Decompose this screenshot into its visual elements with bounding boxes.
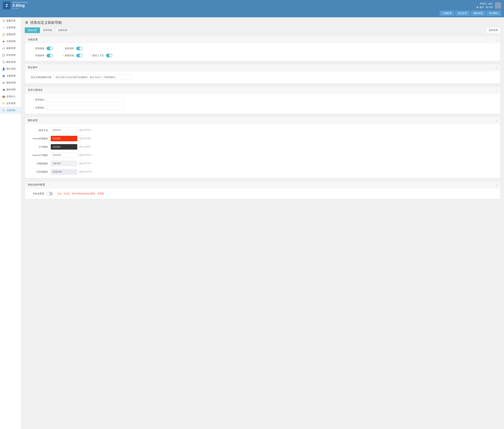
login-address-label: 登录地址 [30, 98, 44, 101]
user-manage-icon: 👤 [2, 68, 5, 70]
init-config-label: 初始化配置 [30, 192, 44, 195]
register-address-input[interactable] [46, 105, 124, 110]
section-color-settings-title: 颜色设置 [28, 119, 38, 122]
color-input-1[interactable] [51, 136, 77, 141]
sidebar-label-tag-manage: 标签管理 [6, 47, 16, 50]
sidebar-label-category-manage: 分类管理 [6, 40, 16, 43]
sidebar-label-article-manage: 文章管理 [6, 26, 16, 29]
sidebar-item-article-manage[interactable]: 📄 文章管理 [0, 24, 21, 31]
sidebar-item-right-nav[interactable]: 🖱 右键导航 [0, 107, 21, 114]
back-nav-label: -- 返回上下页 [90, 54, 104, 57]
section-binding-events-title: 绑定事件 [28, 66, 38, 69]
tab-bar-left: 基础设置 管理导航 优美应用 [25, 27, 70, 33]
sidebar-item-file-manage[interactable]: 📁 文件管理 [0, 100, 21, 107]
control-panel-item: 控制面板 [30, 47, 53, 50]
refresh-page-label: -- 刷新页面 [60, 54, 74, 57]
header-right: 管理员：yibin 🏠 返回 ⏻ 注销 [476, 2, 501, 9]
file-manage-icon: 📁 [2, 102, 5, 105]
sidebar-item-app-center[interactable]: 📦 应用中心 [0, 93, 21, 100]
init-config-item: 初始化配置 注意：开启后，插件停用时将初始化配置，请谨重 [30, 192, 104, 195]
section-function-settings-header[interactable]: 功能设置 ⌄ [25, 36, 500, 43]
sidebar-item-theme-manage[interactable]: ▦ 主题管理 [0, 72, 21, 79]
new-article-icon: 📝 [2, 19, 5, 22]
right-nav-icon: 🖱 [2, 109, 5, 112]
login-address-input[interactable] [46, 97, 124, 102]
attachment-manage-icon: 📎 [2, 61, 5, 63]
section-init-config-toggle[interactable]: ⌄ [495, 183, 497, 186]
sidebar-item-user-manage[interactable]: 👤 用户管理 [0, 66, 21, 72]
color-input-2[interactable] [51, 144, 77, 150]
color-input-5[interactable] [51, 169, 77, 175]
nav-tab-official[interactable]: 官方网站 [486, 11, 501, 16]
sidebar-item-category-manage[interactable]: ■ 分类管理 [0, 38, 21, 45]
tab-bar: 基础设置 管理导航 优美应用 优美官网 [25, 27, 500, 33]
plugin-manage-icon: 🔌 [2, 88, 5, 91]
home-link[interactable]: 🏠 返回 [476, 6, 484, 9]
custom-bind-input[interactable] [54, 75, 131, 80]
sidebar-item-plugin-manage[interactable]: 🔌 插件管理 [0, 86, 21, 93]
color-input-0[interactable] [51, 127, 77, 133]
section-function-settings: 功能设置 ⌄ 控制面板 返回顶部 [25, 36, 500, 61]
sidebar-label-attachment-manage: 附件管理 [6, 61, 16, 64]
color-default-5: 默认ECEAF5 [79, 170, 92, 173]
back-to-top-label: 返回顶部 [60, 47, 74, 50]
section-color-settings-header[interactable]: 颜色设置 ⌄ [25, 117, 500, 124]
section-login-register-toggle[interactable]: ⌄ [495, 88, 497, 92]
refresh-page-item: -- 刷新页面 [60, 54, 83, 57]
init-config-row: 初始化配置 注意：开启后，插件停用时将初始化配置，请谨重 [30, 192, 495, 195]
back-to-top-item: 返回顶部 [60, 47, 83, 50]
page-title-icon: 🖥 [25, 20, 28, 25]
section-binding-events-header[interactable]: 绑定事件 ⌄ [25, 64, 500, 71]
nav-tab-theme[interactable]: 主题配置 [440, 11, 454, 16]
control-panel-toggle[interactable] [46, 47, 53, 50]
color-input-4[interactable] [51, 161, 77, 166]
nav-tab-admin[interactable]: 后台首页 [455, 11, 470, 16]
nav-tab-site[interactable]: 网站设置 [471, 11, 486, 16]
section-init-config-header[interactable]: 初始化插件配置 ⌄ [25, 181, 500, 188]
tab-admin-nav[interactable]: 管理导航 [40, 27, 55, 33]
section-color-settings-body: 模块主色 默认FFFFFF Hover背景颜色 默认F5330C 文字颜色 默认… [25, 124, 500, 178]
color-default-0: 默认FFFFFF [79, 129, 91, 132]
zblog-label: Z-Blog [12, 3, 27, 8]
color-row-4: 分隔线颜色 默认F0F1F5 [30, 161, 495, 166]
sidebar-item-tag-manage[interactable]: 🏷 标签管理 [0, 45, 21, 52]
tab-basic-settings[interactable]: 基础设置 [25, 27, 40, 33]
logout-link[interactable]: ⏻ 注销 [486, 6, 493, 9]
init-config-warning: 注意：开启后，插件停用时将初始化配置，请谨重 [57, 192, 104, 195]
function-row-1: 控制面板 返回顶部 [30, 47, 495, 50]
color-label-4: 分隔线颜色 [30, 162, 48, 165]
refresh-page-toggle[interactable] [76, 54, 83, 57]
section-function-settings-toggle[interactable]: ⌄ [495, 38, 497, 41]
avatar [495, 2, 501, 9]
color-default-4: 默认F0F1F5 [79, 162, 91, 165]
back-to-top-toggle[interactable] [76, 47, 83, 50]
theme-manage-icon: ▦ [2, 74, 5, 77]
regular-menu-toggle[interactable] [46, 54, 53, 57]
sidebar-item-comment-manage[interactable]: 💬 评论管理 [0, 52, 21, 59]
login-address-item: 登录地址 [30, 97, 124, 102]
sidebar-item-new-article[interactable]: 📝 新建文章 [0, 17, 21, 24]
sidebar: 📝 新建文章 📄 文章管理 📋 页面管理 ■ 分类管理 🏷 标签管理 💬 评论管… [0, 17, 21, 429]
sidebar-item-page-manage[interactable]: 📋 页面管理 [0, 31, 21, 38]
init-config-toggle[interactable] [46, 192, 53, 195]
header-nav-tabs: 主题配置 后台首页 网站设置 官方网站 [0, 11, 504, 17]
sidebar-item-attachment-manage[interactable]: 📎 附件管理 [0, 59, 21, 66]
sidebar-label-page-manage: 页面管理 [6, 33, 16, 36]
register-address-label: 注册地址 [30, 106, 44, 109]
color-row-0: 模块主色 默认FFFFFF [30, 127, 495, 133]
color-input-3[interactable] [51, 152, 77, 158]
color-row-2: 文字颜色 默认333333 [30, 144, 495, 150]
tab-app[interactable]: 优美应用 [55, 27, 70, 33]
sidebar-item-module-manage[interactable]: ⊞ 模块管理 [0, 79, 21, 86]
section-login-register-header[interactable]: 登录注册地址 ⌄ [25, 87, 500, 94]
sidebar-label-module-manage: 模块管理 [6, 81, 16, 84]
sidebar-label-app-center: 应用中心 [6, 95, 16, 98]
color-row-1: Hover背景颜色 默认F5330C [30, 136, 495, 141]
admin-info: 管理员：yibin 🏠 返回 ⏻ 注销 [476, 2, 493, 9]
tag-manage-icon: 🏷 [2, 47, 5, 50]
tab-external-link[interactable]: 优美官网 [486, 27, 500, 33]
back-nav-toggle[interactable] [106, 54, 112, 57]
logo-area: Z Rainbowsoft Studio Z-Blog for PHP [3, 1, 27, 9]
section-binding-events-toggle[interactable]: ⌄ [495, 66, 497, 69]
section-color-settings-toggle[interactable]: ⌄ [495, 119, 497, 122]
